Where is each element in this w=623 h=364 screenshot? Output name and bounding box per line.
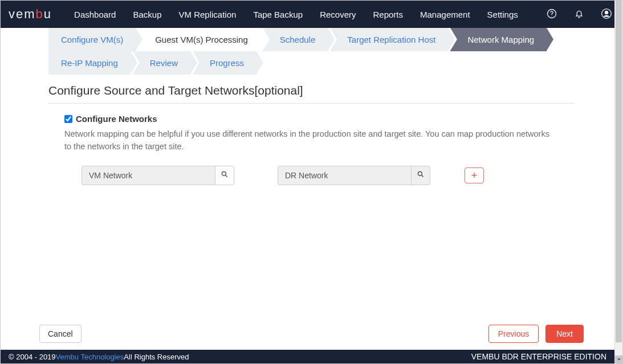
svg-point-1 (552, 15, 552, 16)
edition-label: VEMBU BDR ENTERPRISE EDITION (471, 352, 606, 361)
target-network-input[interactable] (278, 166, 411, 185)
help-icon[interactable] (546, 8, 557, 21)
logo-text-post: u (44, 7, 52, 22)
page-title: Configure Source and Target Networks[opt… (48, 84, 575, 103)
configure-networks-desc: Network mapping can be helpful if you us… (64, 128, 559, 153)
cancel-button[interactable]: Cancel (39, 325, 82, 343)
configure-networks-label: Configure Networks (76, 114, 157, 124)
nav-tape-backup[interactable]: Tape Backup (245, 2, 311, 27)
add-mapping-button[interactable]: + (465, 167, 484, 183)
scrollbar-thumb[interactable] (616, 1, 622, 342)
source-network-combo (82, 166, 234, 185)
top-icons (546, 8, 612, 21)
copyright-post: All Rights Reserved (124, 353, 189, 361)
target-network-combo (278, 166, 430, 185)
svg-line-5 (226, 175, 227, 177)
nav-recovery[interactable]: Recovery (311, 2, 364, 27)
user-icon[interactable] (601, 8, 612, 21)
target-network-search-button[interactable] (411, 166, 430, 185)
svg-point-4 (222, 171, 226, 175)
logo-text-pre: vem (9, 7, 36, 22)
step-network-mapping[interactable]: Network Mapping (450, 28, 547, 51)
nav-vm-replication[interactable]: VM Replication (170, 2, 245, 27)
next-button[interactable]: Next (545, 325, 584, 343)
configure-networks-checkbox[interactable] (64, 115, 72, 123)
step-target-host[interactable]: Target Replication Host (330, 28, 448, 51)
search-icon (417, 170, 425, 180)
svg-point-6 (418, 171, 422, 175)
footer-actions: Cancel Previous Next (1, 325, 622, 343)
previous-button[interactable]: Previous (488, 325, 539, 343)
scrollbar[interactable] (614, 1, 622, 363)
top-nav: vembu Dashboard Backup VM Replication Ta… (1, 1, 622, 28)
nav-management[interactable]: Management (412, 2, 479, 27)
content-area: Configure Source and Target Networks[opt… (1, 75, 622, 185)
network-mapping-row: + (64, 166, 559, 185)
bell-icon[interactable] (573, 8, 585, 21)
plus-icon: + (471, 170, 478, 181)
wizard-steps: Configure VM(s) Guest VM(s) Processing S… (1, 28, 622, 75)
search-icon (221, 170, 229, 180)
configure-networks-row[interactable]: Configure Networks (64, 114, 559, 124)
step-review[interactable]: Review (133, 51, 190, 75)
svg-point-3 (605, 11, 608, 14)
step-schedule[interactable]: Schedule (263, 28, 328, 51)
scrollbar-down-arrow[interactable] (615, 355, 622, 363)
product-logo: vembu (9, 7, 52, 22)
nav-settings[interactable]: Settings (479, 2, 527, 27)
separator (48, 103, 575, 104)
svg-line-7 (422, 175, 424, 177)
source-network-input[interactable] (82, 166, 215, 185)
nav-reports[interactable]: Reports (364, 2, 412, 27)
logo-text-accent: b (36, 7, 44, 22)
step-progress[interactable]: Progress (193, 51, 256, 75)
step-configure-vms[interactable]: Configure VM(s) (48, 28, 136, 51)
company-link[interactable]: Vembu Technologies (56, 353, 124, 361)
nav-dashboard[interactable]: Dashboard (66, 2, 124, 27)
nav-items: Dashboard Backup VM Replication Tape Bac… (66, 2, 527, 27)
step-reip-mapping[interactable]: Re-IP Mapping (48, 51, 131, 75)
nav-backup[interactable]: Backup (124, 2, 170, 27)
step-guest-processing[interactable]: Guest VM(s) Processing (138, 28, 260, 51)
copyright-pre: © 2004 - 2019 (9, 353, 56, 361)
bottombar: © 2004 - 2019 Vembu Technologies All Rig… (1, 350, 614, 363)
source-network-search-button[interactable] (215, 166, 234, 185)
